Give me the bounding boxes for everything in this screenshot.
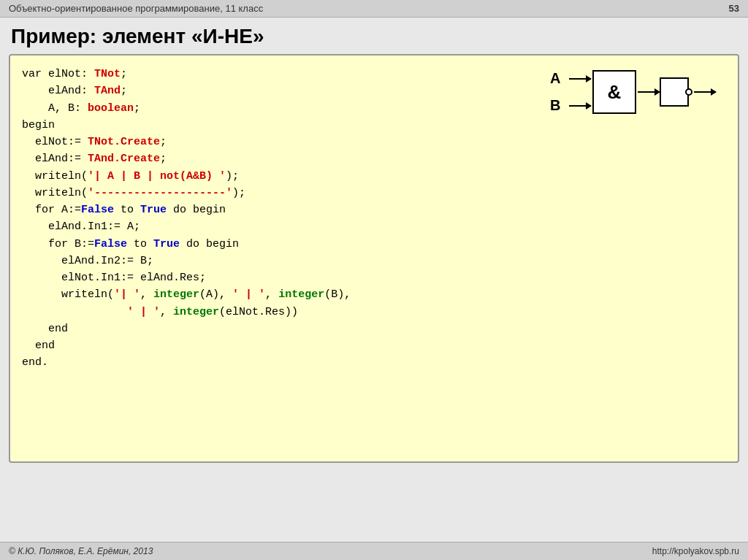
footer: © К.Ю. Поляков, Е.А. Ерёмин, 2013 http:/… [0, 542, 748, 560]
code-line-17: end [22, 337, 726, 354]
code-line-11: for B:=False to True do begin [22, 236, 726, 253]
code-line-9: for A:=False to True do begin [22, 202, 726, 218]
arrow-a [569, 78, 591, 80]
not-circle [685, 88, 692, 96]
header-page: 53 [729, 3, 739, 14]
input-a-row: A [550, 70, 591, 87]
code-line-14: writeln('| ', integer(A), ' | ', integer… [22, 286, 726, 303]
code-line-12: elAnd.In2:= B; [22, 253, 726, 269]
input-b-label: B [550, 97, 565, 114]
code-line-6: elAnd:= TAnd.Create; [22, 150, 726, 167]
arrow-b [569, 105, 591, 107]
code-line-18: end. [22, 354, 726, 371]
code-line-10: elAnd.In1:= A; [22, 218, 726, 235]
code-line-13: elNot.In1:= elAnd.Res; [22, 269, 726, 286]
and-gate-label: & [608, 81, 622, 104]
input-b-row: B [550, 97, 591, 114]
code-line-15: ' | ', integer(elNot.Res)) [22, 304, 726, 321]
code-line-16: end [22, 321, 726, 337]
code-line-7: writeln('| A | B | not(A&B) '); [22, 168, 726, 185]
input-a-label: A [550, 70, 565, 87]
header-bar: Объектно-ориентированное программировани… [0, 0, 748, 18]
page-title: Пример: элемент «И-НЕ» [0, 18, 748, 54]
final-arrow [694, 91, 716, 93]
code-area: A B & var elNot: TNot; [9, 54, 739, 463]
output-arrow [638, 91, 660, 93]
not-gate [660, 77, 689, 107]
logic-diagram: A B & [550, 70, 716, 114]
code-line-4: begin [22, 117, 726, 134]
code-line-8: writeln('--------------------'); [22, 185, 726, 202]
footer-url: http://kpolyakov.spb.ru [652, 546, 739, 556]
diagram-container: A B & [550, 70, 716, 114]
and-gate: & [592, 70, 636, 114]
header-title: Объектно-ориентированное программировани… [9, 3, 263, 14]
code-line-5: elNot:= TNot.Create; [22, 134, 726, 150]
footer-copyright: © К.Ю. Поляков, Е.А. Ерёмин, 2013 [9, 546, 153, 556]
